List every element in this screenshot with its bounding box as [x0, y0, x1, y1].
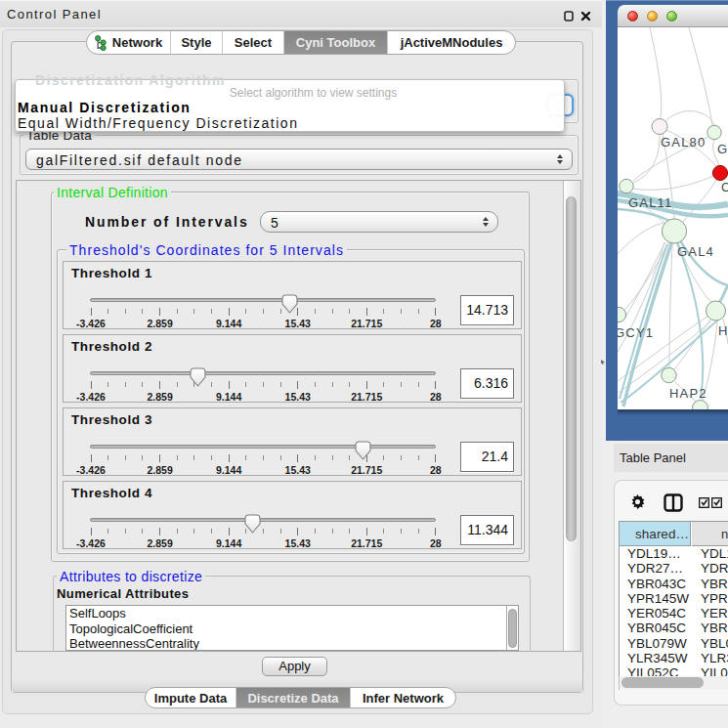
svg-text:GAL4: GAL4 [677, 244, 714, 259]
svg-text:GAL11: GAL11 [628, 195, 673, 210]
svg-text:GA: GA [717, 142, 728, 156]
svg-text:GCY1: GCY1 [618, 325, 654, 340]
svg-text:C: C [721, 180, 728, 194]
svg-text:H: H [718, 323, 728, 338]
svg-text:HAP2: HAP2 [669, 386, 707, 401]
svg-text:GAL80: GAL80 [661, 135, 706, 150]
